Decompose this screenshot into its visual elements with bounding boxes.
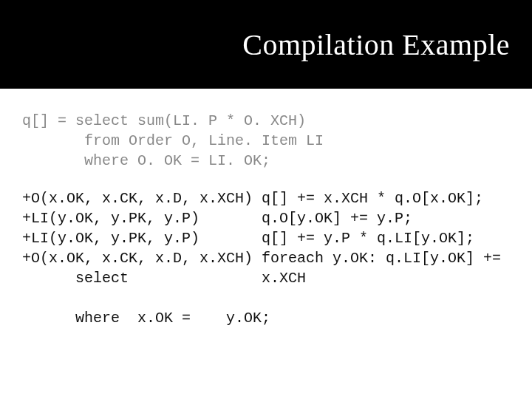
slide-title: Compilation Example (242, 27, 510, 62)
slide-body: q[] = select sum(LI. P * O. XCH) from Or… (0, 89, 532, 328)
slide: Compilation Example q[] = select sum(LI.… (0, 0, 532, 399)
query-code: q[] = select sum(LI. P * O. XCH) from Or… (22, 111, 510, 171)
rules-code: +O(x.OK, x.CK, x.D, x.XCH) q[] += x.XCH … (22, 188, 510, 328)
title-bar: Compilation Example (0, 0, 532, 89)
